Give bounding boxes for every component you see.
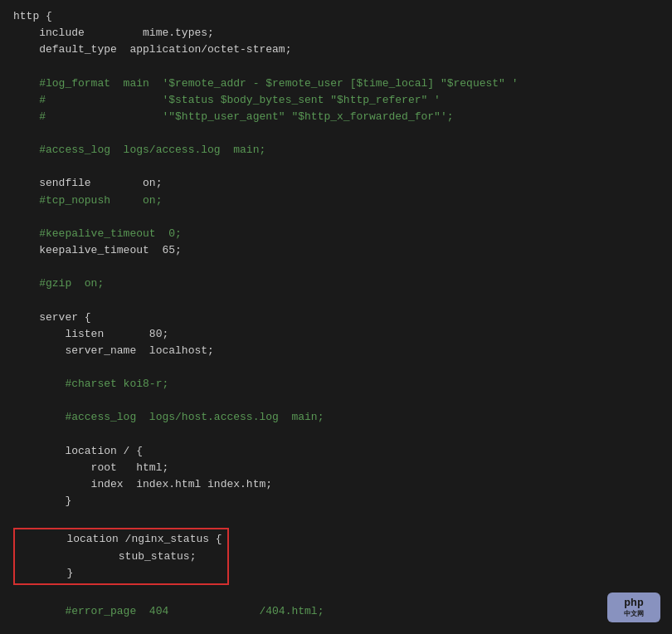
code-line: #log_format main '$remote_addr - $remote… [13,76,659,92]
code-line [13,620,659,634]
code-line [13,125,659,142]
code-line: location / { [13,443,659,460]
code-line: location /nginx_status { [15,531,222,548]
code-line: keepalive_timeout 65; [13,242,659,259]
code-line: #gzip on; [13,276,659,292]
code-line: stub_status; [15,549,222,565]
code-line: #charset koi8-r; [13,376,659,393]
code-line: } [13,493,659,510]
code-line [13,292,659,309]
code-line: #keepalive_timeout 0; [13,226,659,242]
code-line [13,587,659,603]
code-line [13,427,659,443]
php-badge-text: php [624,597,643,609]
code-line [13,510,659,526]
php-badge-subtext: 中文网 [624,609,644,618]
code-line: server { [13,310,659,326]
code-line: #access_log logs/access.log main; [13,142,659,158]
code-line: #error_page 404 /404.html; [13,603,659,620]
code-line: listen 80; [13,326,659,343]
code-line: http { [13,8,659,25]
code-line: index index.html index.htm; [13,476,659,493]
code-line: include mime.types; [13,25,659,41]
code-line: # '$status $body_bytes_sent "$http_refer… [13,92,659,109]
code-line: sendfile on; [13,175,659,192]
code-line: #tcp_nopush on; [13,193,659,209]
code-line [13,359,659,376]
highlighted-block: location /nginx_status { stub_status; } [13,528,229,584]
code-line: default_type application/octet-stream; [13,41,659,58]
code-line: } [15,565,222,582]
php-badge: php 中文网 [607,593,660,622]
code-line [13,209,659,226]
code-line [13,158,659,175]
code-container: http { include mime.types; default_type … [0,0,672,634]
code-block: http { include mime.types; default_type … [13,8,659,634]
code-line [13,393,659,409]
code-line: server_name localhost; [13,343,659,359]
code-line: root html; [13,460,659,476]
code-line: # '"$http_user_agent" "$http_x_forwarded… [13,109,659,125]
code-line [13,58,659,75]
code-line [13,259,659,276]
code-line: #access_log logs/host.access.log main; [13,409,659,426]
